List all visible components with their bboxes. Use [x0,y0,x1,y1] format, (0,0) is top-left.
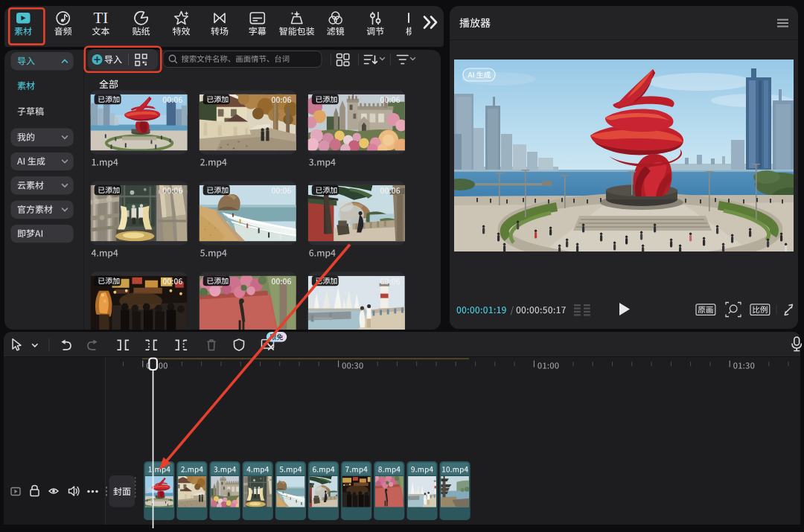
svg-text:TI: TI [93,9,108,27]
